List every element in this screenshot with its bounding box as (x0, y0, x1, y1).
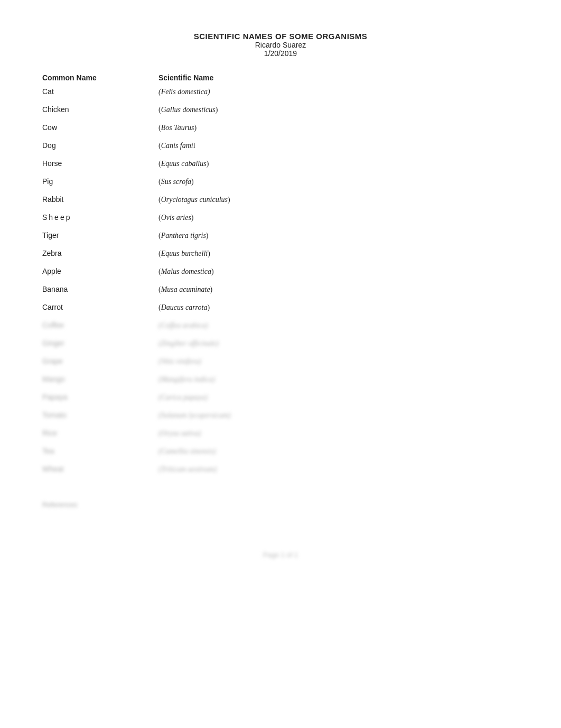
common-name: Ginger (42, 339, 158, 347)
common-name: Banana (42, 285, 158, 293)
table-row: Carrot(Daucus carrota) (42, 303, 519, 318)
table-row: Tiger(Panthera tigris) (42, 231, 519, 246)
scientific-name: (Mangifera indica) (158, 375, 215, 384)
common-name: Wheat (42, 465, 158, 473)
table-row: Grape(Vitis vinifera) (42, 357, 519, 372)
scientific-name: (Carica papaya) (158, 393, 208, 402)
table-row: Wheat(Triticum aestivum) (42, 465, 519, 480)
scientific-name: (Solanum lycopersicum) (158, 411, 230, 420)
table-header: Common Name Scientific Name (42, 73, 519, 82)
table-row: Cat(Felis domestica) (42, 87, 519, 102)
scientific-name: (Musa acuminate) (158, 285, 212, 294)
scientific-name: (Equus burchelli) (158, 250, 210, 258)
bottom-text: Page 1 of 1 (42, 551, 519, 559)
table-row: Pig(Sus scrofa) (42, 177, 519, 192)
common-name: Rabbit (42, 195, 158, 204)
table-row: Rabbit(Oryclotagus cuniculus) (42, 195, 519, 210)
table-row: Zebra(Equus burchelli) (42, 249, 519, 264)
common-name: Rice (42, 429, 158, 437)
table-row: Banana(Musa acuminate) (42, 285, 519, 300)
common-name: Horse (42, 159, 158, 168)
common-name: Sheep (42, 213, 158, 222)
common-name: Tomato (42, 411, 158, 419)
scientific-name: (Ovis aries) (158, 214, 194, 222)
common-name: Zebra (42, 249, 158, 257)
footer-reference: References (42, 501, 519, 509)
table-row: Tomato(Solanum lycopersicum) (42, 411, 519, 426)
common-name: Cat (42, 87, 158, 96)
scientific-name: (Felis domestica) (158, 88, 210, 96)
common-name: Coffee (42, 321, 158, 329)
table-row: Papaya(Carica papaya) (42, 393, 519, 408)
scientific-name: (Gallus domesticus) (158, 106, 218, 114)
page-author: Ricardo Suarez (42, 41, 519, 49)
common-name: Carrot (42, 303, 158, 311)
table-row: Chicken(Gallus domesticus) (42, 105, 519, 120)
table-row: Sheep(Ovis aries) (42, 213, 519, 228)
common-name: Pig (42, 177, 158, 186)
scientific-name: (Oryza sativa) (158, 429, 201, 438)
scientific-name: (Panthera tigris) (158, 232, 209, 240)
common-name: Chicken (42, 105, 158, 114)
common-name: Apple (42, 267, 158, 275)
scientific-name: (Sus scrofa) (158, 178, 194, 186)
table-row: Tea(Camellia sinensis) (42, 447, 519, 462)
table-row: Mango(Mangifera indica) (42, 375, 519, 390)
common-name: Tiger (42, 231, 158, 239)
page-header: SCIENTIFIC NAMES OF SOME ORGANISMS Ricar… (42, 32, 519, 58)
scientific-name: (Vitis vinifera) (158, 357, 201, 366)
scientific-name: (Canis famil (158, 142, 195, 150)
common-name: Cow (42, 123, 158, 132)
table-row: Coffee(Coffea arabica) (42, 321, 519, 336)
table-row: Horse(Equus caballus) (42, 159, 519, 174)
common-name: Dog (42, 141, 158, 150)
scientific-name: (Zingiber officinale) (158, 339, 219, 348)
scientific-name: (Coffea arabica) (158, 321, 208, 330)
table-row: Rice(Oryza sativa) (42, 429, 519, 444)
scientific-name: (Bos Taurus) (158, 124, 197, 132)
scientific-name: (Daucus carrota) (158, 303, 210, 312)
scientific-name: (Equus caballus) (158, 160, 209, 168)
common-name: Papaya (42, 393, 158, 401)
table-row: Apple(Malus domestica) (42, 267, 519, 282)
table-row: Ginger(Zingiber officinale) (42, 339, 519, 354)
scientific-name: (Malus domestica) (158, 268, 214, 276)
common-name: Tea (42, 447, 158, 455)
scientific-name: (Triticum aestivum) (158, 465, 217, 474)
common-name: Grape (42, 357, 158, 365)
scientific-name: (Oryclotagus cuniculus) (158, 196, 230, 204)
column-header-scientific: Scientific Name (158, 73, 213, 82)
table-row: Dog(Canis famil (42, 141, 519, 156)
organism-table: Common Name Scientific Name Cat(Felis do… (42, 73, 519, 480)
page-title: SCIENTIFIC NAMES OF SOME ORGANISMS (42, 32, 519, 41)
table-row: Cow(Bos Taurus) (42, 123, 519, 138)
column-header-common: Common Name (42, 73, 158, 82)
page-date: 1/20/2019 (42, 49, 519, 58)
common-name: Mango (42, 375, 158, 383)
scientific-name: (Camellia sinensis) (158, 447, 216, 456)
